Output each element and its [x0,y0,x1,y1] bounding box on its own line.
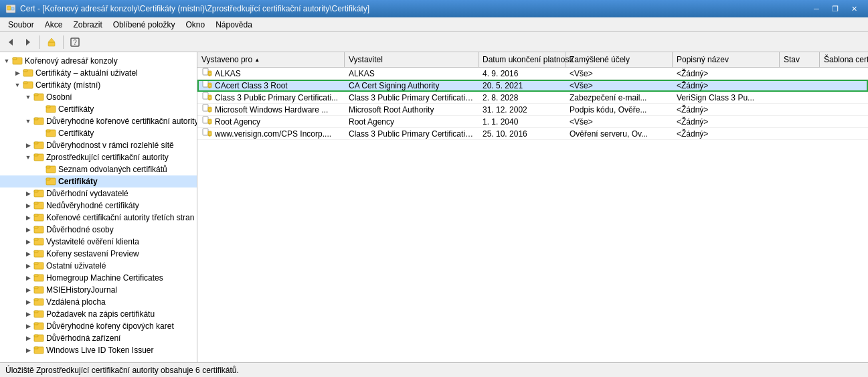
tree-item-trusted-people[interactable]: ▶ Důvěrhodné osoby [0,224,197,236]
menu-okno[interactable]: Okno [180,17,210,31]
tree-label-other-users: Ostatní uživatelé [46,261,106,271]
tree-label-remote: Vzdálená plocha [46,297,106,307]
tree-item-trusted-root-certs[interactable]: ▶ Certifikáty [0,127,197,139]
folder-icon-third-party [33,212,44,224]
tree-label-enterprise: Důvěryhodnost v rámci rozlehlé sítě [46,141,174,150]
col-header-purpose-label: Zamýšlené účely [570,55,630,64]
col-header-purpose[interactable]: Zamýšlené účely [566,52,673,67]
tree-item-personal-certs[interactable]: ▶ Certifikáty [0,103,197,115]
tree-item-certs-local[interactable]: ▼ Certifikáty (místní) [0,79,197,91]
tree-item-client-auth[interactable]: ▶ Vystavitelé ověření klienta [0,236,197,248]
svg-point-65 [209,84,211,87]
col-header-name[interactable]: Vystaveno pro ▲ [197,52,345,67]
window-title: Cert - [Kořenový adresář konzoly\Certifi… [20,4,369,13]
svg-rect-40 [34,238,38,240]
forward-button[interactable] [20,34,36,50]
svg-marker-3 [9,39,13,46]
tree-item-untrusted[interactable]: ▶ Nedůvěryhodné certifikáty [0,200,197,212]
svg-rect-56 [34,335,38,337]
svg-rect-71 [203,104,208,111]
folder-icon-trusted-devices [33,332,44,345]
menu-soubor[interactable]: Soubor [3,17,39,31]
folder-icon-untrusted [33,200,44,212]
svg-rect-46 [34,275,38,277]
tree-item-intermediate-certs[interactable]: ▶ Certifikáty [0,175,197,187]
menu-napoveda[interactable]: Nápověda [210,17,258,31]
svg-point-81 [209,133,211,135]
tree-item-remote[interactable]: ▶ Vzdálená plocha [0,296,197,308]
col-header-issuer[interactable]: Vystavitel [345,52,479,67]
tree-item-root[interactable]: ▼ Kořenový adresář konzoly [0,55,197,67]
menu-zobrazit[interactable]: Zobrazit [68,17,107,31]
expand-icon-trusted-publishers: ▶ [23,188,33,199]
col-header-friendly[interactable]: Popisný název [673,52,780,67]
expand-icon-certs-local: ▼ [12,80,23,90]
cert-expiry-0: 4. 9. 2016 [479,68,566,79]
tree-item-msie[interactable]: ▶ MSIEHistoryJournal [0,284,197,296]
menu-oblibene[interactable]: Oblíbené položky [108,17,181,31]
tree-label-personal-certs: Certifikáty [58,104,94,114]
tree-label-homegroup: Homegroup Machine Certificates [46,273,163,283]
tree-item-smart-card[interactable]: ▶ Důvěryhodné kořeny čipových karet [0,320,197,332]
restore-button[interactable]: ❐ [827,3,844,15]
tree-item-enroll[interactable]: ▶ Požadavek na zápis certifikátu [0,308,197,320]
folder-icon-personal-certs [46,103,56,116]
expand-icon-trusted-people: ▶ [23,224,33,235]
folder-icon-intermediate-certs [46,175,56,188]
minimize-button[interactable]: ─ [808,3,825,15]
svg-rect-79 [203,129,208,135]
svg-rect-2 [11,7,14,10]
col-header-status[interactable]: Stav [780,52,820,67]
tree-item-homegroup[interactable]: ▶ Homegroup Machine Certificates [0,272,197,284]
cert-status-1 [780,85,820,86]
folder-icon-msie [33,284,44,297]
svg-rect-52 [34,311,38,313]
up-button[interactable] [44,34,60,50]
col-header-expiry[interactable]: Datum ukončení platnosti [479,52,566,67]
svg-point-61 [209,72,211,75]
svg-marker-4 [26,39,30,46]
tree-item-third-party[interactable]: ▶ Kořenové certifikační autority třetích… [0,212,197,224]
expand-icon-client-auth: ▶ [23,236,33,247]
folder-icon-trusted-root [33,115,44,128]
svg-rect-22 [46,130,50,132]
toolbar: ? [0,32,868,52]
cert-expiry-2: 2. 8. 2028 [479,92,566,103]
expand-icon-third-party: ▶ [23,212,33,223]
tree-item-trusted-publishers[interactable]: ▶ Důvěrhodní vydavatelé [0,187,197,200]
tree-item-personal[interactable]: ▼ Osobní [0,91,197,103]
cert-issuer-4: Root Agency [345,117,479,127]
back-button[interactable] [3,34,19,50]
svg-rect-67 [203,92,208,99]
cert-row-5[interactable]: www.verisign.com/CPS Incorp.... Class 3 … [197,128,868,140]
list-pane[interactable]: Vystaveno pro ▲ Vystavitel Datum ukončen… [197,52,868,362]
tree-item-intermediate[interactable]: ▼ Zprostředkující certifikační autority [0,151,197,163]
expand-icon-intermediate: ▼ [23,152,33,163]
tree-item-revoked[interactable]: ▶ Seznam odvolaných certifikátů [0,163,197,175]
cert-name-5: www.verisign.com/CPS Incorp.... [197,127,345,141]
tree-item-trusted-root[interactable]: ▼ Důvěryhodné kořenové certifikační auto… [0,115,197,127]
tree-item-certs-user[interactable]: ▶ Certifikáty – aktuální uživatel [0,67,197,79]
close-button[interactable]: ✕ [845,3,863,15]
tree-item-other-users[interactable]: ▶ Ostatní uživatelé [0,260,197,272]
cert-template-2 [820,97,868,98]
refresh-button[interactable]: ? [67,34,83,50]
cert-issuer-0: ALKAS [345,68,479,79]
folder-icon-enroll [33,308,44,321]
menu-akce[interactable]: Akce [39,17,68,31]
cert-template-5 [820,133,868,135]
folder-icon-homegroup [33,272,44,285]
tree-label-preview: Kořeny sestavení Preview [46,249,139,258]
col-header-template[interactable]: Šablona certifikátu [820,52,868,67]
tree-item-enterprise[interactable]: ▶ Důvěryhodnost v rámci rozlehlé sítě [0,139,197,151]
tree-item-trusted-devices[interactable]: ▶ Důvěrhodná zařízení [0,332,197,344]
cert-expiry-1: 20. 5. 2021 [479,80,566,91]
tree-label-windows-live: Windows Live ID Token Issuer [46,346,154,355]
tree-item-windows-live[interactable]: ▶ Windows Live ID Token Issuer [0,344,197,356]
cert-issuer-2: Class 3 Public Primary Certificatio... [345,92,479,103]
tree-label-personal: Osobní [46,92,72,102]
tree-label-certs-local: Certifikáty (místní) [35,80,100,90]
expand-icon-other-users: ▶ [23,260,33,271]
tree-pane[interactable]: ▼ Kořenový adresář konzoly ▶ Certifikáty… [0,52,197,362]
tree-item-preview[interactable]: ▶ Kořeny sestavení Preview [0,248,197,260]
